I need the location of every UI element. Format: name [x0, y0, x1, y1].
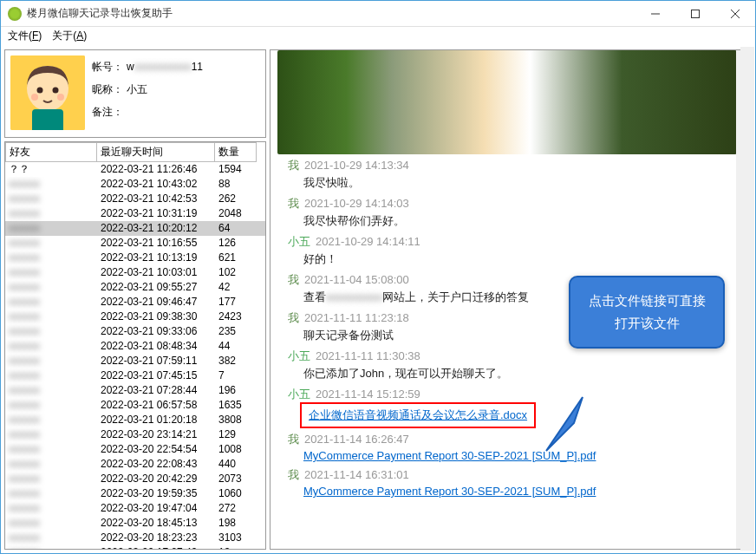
col-friend[interactable]: 好友 — [5, 142, 97, 162]
table-row[interactable]: xxxxxx2022-03-21 07:45:157 — [5, 368, 265, 383]
col-time[interactable]: 最近聊天时间 — [97, 142, 215, 162]
chat-message: 小五2021-11-14 15:12:59企业微信语音视频通话及会议怎么录音.d… — [288, 387, 744, 428]
timestamp: 2021-11-14 16:26:47 — [304, 433, 409, 446]
profile-panel: 帐号：wxxxxxxxxxxx11 昵称：小五 备注： — [4, 49, 266, 138]
titlebar: 楼月微信聊天记录导出恢复助手 — [1, 1, 755, 27]
table-row[interactable]: xxxxxx2022-03-20 23:14:21129 — [5, 427, 265, 442]
svg-point-9 — [57, 94, 64, 101]
table-row[interactable]: xxxxxx2022-03-21 10:20:1264 — [5, 221, 265, 236]
menubar: 文件(F) 关于(A) — [1, 27, 755, 46]
chat-message: 小五2021-10-29 14:14:11好的！ — [288, 234, 744, 267]
sender-name: 我 — [288, 433, 299, 446]
svg-rect-10 — [32, 109, 63, 130]
table-row[interactable]: xxxxxx2022-03-21 07:28:44196 — [5, 383, 265, 398]
table-row[interactable]: xxxxxx2022-03-21 01:20:183808 — [5, 413, 265, 427]
table-row[interactable]: xxxxxx2022-03-21 10:43:0288 — [5, 177, 265, 192]
chat-message: 小五2021-11-11 11:30:38你已添加了John，现在可以开始聊天了… — [288, 349, 744, 381]
menu-file[interactable]: 文件(F) — [8, 29, 42, 44]
timestamp: 2021-10-29 14:14:03 — [304, 197, 409, 210]
table-row[interactable]: xxxxxx2022-03-21 06:57:581635 — [5, 398, 265, 413]
sender-name: 小五 — [288, 349, 310, 362]
sender-name: 我 — [288, 159, 299, 172]
timestamp: 2021-11-11 11:30:38 — [316, 349, 420, 362]
table-row[interactable]: xxxxxx2022-03-20 18:45:13198 — [5, 516, 265, 531]
timestamp: 2021-10-29 14:14:11 — [316, 235, 420, 248]
maximize-button[interactable] — [675, 1, 715, 27]
svg-rect-1 — [692, 10, 700, 17]
col-count[interactable]: 数量 — [215, 142, 257, 162]
nick-value: 小五 — [127, 78, 260, 101]
minimize-button[interactable] — [635, 1, 675, 27]
svg-point-8 — [31, 94, 38, 101]
account-value: wxxxxxxxxxxx11 — [127, 55, 260, 78]
message-body: 你已添加了John，现在可以开始聊天了。 — [303, 366, 744, 381]
sender-name: 小五 — [288, 235, 310, 248]
sender-name: 我 — [288, 468, 299, 481]
svg-point-6 — [37, 88, 43, 94]
close-button[interactable] — [715, 1, 755, 27]
table-row[interactable]: xxxxxx2022-03-21 10:13:19621 — [5, 251, 265, 265]
table-row[interactable]: xxxxxx2022-03-21 09:33:06235 — [5, 324, 265, 339]
table-row[interactable]: xxxxxx2022-03-20 18:23:233103 — [5, 531, 265, 545]
table-row[interactable]: xxxxxx2022-03-20 22:08:43440 — [5, 457, 265, 472]
app-icon — [8, 7, 22, 21]
sender-name: 我 — [288, 273, 299, 286]
file-link[interactable]: 企业微信语音视频通话及会议怎么录音.docx — [309, 408, 527, 421]
file-link[interactable]: MyCommerce Payment Report 30-SEP-2021 [S… — [303, 485, 596, 498]
menu-about[interactable]: 关于(A) — [52, 29, 87, 44]
annotation-callout: 点击文件链接可直接 打开该文件 — [569, 276, 725, 349]
nick-label: 昵称： — [92, 78, 127, 101]
table-row[interactable]: xxxxxx2022-03-20 19:59:351060 — [5, 486, 265, 501]
table-row[interactable]: xxxxxx2022-03-21 10:42:53262 — [5, 192, 265, 206]
message-body: 我尽快啦。 — [303, 175, 744, 191]
chat-message: 我2021-10-29 14:14:03我尽快帮你们弄好。 — [288, 196, 744, 229]
timestamp: 2021-11-14 16:31:01 — [304, 468, 409, 481]
svg-point-7 — [53, 88, 59, 94]
table-row[interactable]: xxxxxx2022-03-20 20:42:292073 — [5, 472, 265, 486]
friend-table[interactable]: 好友 最近聊天时间 数量 ？？2022-03-21 11:26:461594xx… — [4, 141, 266, 550]
sender-name: 我 — [288, 311, 299, 324]
table-row[interactable]: xxxxxx2022-03-21 10:31:192048 — [5, 206, 265, 221]
table-row[interactable]: ？？2022-03-21 11:26:461594 — [5, 162, 265, 177]
chat-message: 我2021-10-29 14:13:34我尽快啦。 — [288, 158, 744, 191]
chat-image[interactable] — [277, 50, 737, 154]
table-row[interactable]: xxxxxx2022-03-20 22:54:541008 — [5, 442, 265, 457]
table-row[interactable]: xxxxxx2022-03-21 09:38:302423 — [5, 310, 265, 324]
remark-value — [127, 101, 260, 123]
chat-panel: 我2021-10-29 14:13:34我尽快啦。我2021-10-29 14:… — [270, 49, 752, 550]
avatar — [10, 55, 85, 130]
window-title: 楼月微信聊天记录导出恢复助手 — [27, 6, 635, 21]
chat-message: 我2021-11-14 16:26:47MyCommerce Payment R… — [288, 432, 744, 462]
account-label: 帐号： — [92, 55, 127, 78]
timestamp: 2021-10-29 14:13:34 — [304, 159, 409, 172]
remark-label: 备注： — [92, 101, 127, 123]
table-row[interactable]: xxxxxx2022-03-21 10:03:01102 — [5, 265, 265, 280]
table-row[interactable]: xxxxxx2022-03-21 09:55:2742 — [5, 280, 265, 295]
file-link-highlighted: 企业微信语音视频通话及会议怎么录音.docx — [300, 402, 536, 428]
timestamp: 2021-11-04 15:08:00 — [304, 273, 409, 286]
table-row[interactable]: xxxxxx2022-03-20 19:47:04272 — [5, 501, 265, 516]
timestamp: 2021-11-11 11:23:18 — [304, 311, 409, 324]
sender-name: 我 — [288, 197, 299, 210]
chat-message: 我2021-11-14 16:31:01MyCommerce Payment R… — [288, 467, 744, 498]
table-row[interactable]: xxxxxx2022-03-21 10:16:55126 — [5, 236, 265, 251]
outer-scrollbar[interactable] — [740, 47, 754, 551]
table-row[interactable]: xxxxxx2022-03-20 17:27:4913 — [5, 545, 265, 550]
table-header: 好友 最近聊天时间 数量 — [5, 142, 265, 162]
table-row[interactable]: xxxxxx2022-03-21 09:46:47177 — [5, 295, 265, 310]
message-body: 好的！ — [303, 251, 744, 267]
timestamp: 2021-11-14 15:12:59 — [316, 388, 420, 401]
table-row[interactable]: xxxxxx2022-03-21 07:59:11382 — [5, 354, 265, 368]
sender-name: 小五 — [288, 388, 310, 401]
message-body: 我尽快帮你们弄好。 — [303, 213, 744, 229]
table-row[interactable]: xxxxxx2022-03-21 08:48:3444 — [5, 339, 265, 354]
